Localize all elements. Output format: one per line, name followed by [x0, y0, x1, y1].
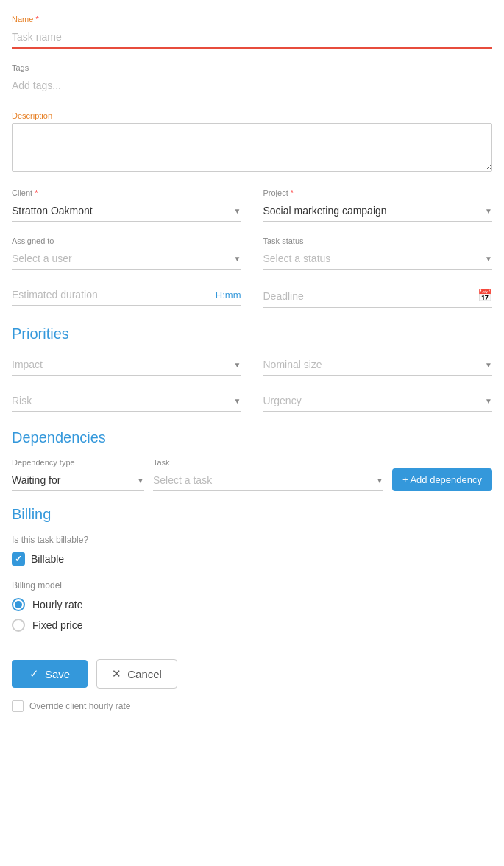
cancel-button[interactable]: ✕ Cancel: [96, 659, 177, 689]
dep-type-label: Dependency type: [12, 458, 144, 467]
override-row: Override client hourly rate: [0, 700, 504, 718]
save-label: Save: [45, 668, 70, 680]
task-name-input[interactable]: [12, 27, 492, 49]
dep-type-value: Waiting for: [12, 474, 60, 486]
risk-placeholder: Risk: [12, 395, 32, 406]
deadline-field[interactable]: Deadline 📅: [263, 284, 493, 308]
hourly-rate-option[interactable]: Hourly rate: [12, 598, 492, 611]
cancel-label: Cancel: [127, 668, 162, 680]
deadline-label: Deadline: [263, 290, 304, 302]
dep-task-chevron-icon: ▼: [376, 476, 383, 485]
fixed-price-option[interactable]: Fixed price: [12, 619, 492, 632]
client-chevron-icon: ▼: [234, 207, 241, 215]
description-input[interactable]: [12, 123, 492, 172]
nominal-size-select[interactable]: Nominal size ▼: [263, 354, 493, 376]
project-value: Social marketing campaign: [263, 205, 387, 216]
client-select[interactable]: Stratton Oakmont ▼: [12, 200, 241, 222]
hourly-rate-radio[interactable]: [12, 598, 25, 611]
risk-chevron-icon: ▼: [234, 397, 241, 405]
urgency-select[interactable]: Urgency ▼: [263, 390, 493, 412]
name-label: Name: [12, 15, 492, 24]
assigned-to-placeholder: Select a user: [12, 253, 72, 264]
task-status-placeholder: Select a status: [263, 253, 331, 264]
project-select[interactable]: Social marketing campaign ▼: [263, 200, 493, 222]
fixed-price-label: Fixed price: [32, 619, 82, 631]
cancel-x-icon: ✕: [112, 667, 121, 680]
urgency-chevron-icon: ▼: [485, 397, 492, 405]
project-label: Project: [263, 189, 493, 197]
billable-question: Is this task billable?: [12, 535, 492, 545]
duration-hint: H:mm: [216, 289, 241, 300]
billable-row[interactable]: ✓ Billable: [12, 552, 492, 566]
task-status-select[interactable]: Select a status ▼: [263, 248, 493, 270]
impact-chevron-icon: ▼: [234, 361, 241, 369]
fixed-price-radio[interactable]: [12, 619, 25, 632]
billing-title: Billing: [12, 506, 492, 523]
billable-label: Billable: [31, 553, 64, 565]
hourly-rate-label: Hourly rate: [32, 599, 82, 610]
dep-type-chevron-icon: ▼: [137, 476, 144, 485]
dep-task-select[interactable]: Select a task ▼: [153, 470, 383, 491]
hourly-rate-radio-inner: [15, 601, 22, 608]
dep-type-select[interactable]: Waiting for ▼: [12, 470, 144, 491]
impact-select[interactable]: Impact ▼: [12, 354, 241, 376]
priorities-title: Priorities: [12, 325, 492, 342]
impact-placeholder: Impact: [12, 359, 43, 370]
tags-label: Tags: [12, 63, 492, 72]
assigned-to-label: Assigned to: [12, 236, 241, 245]
description-label: Description: [12, 111, 492, 120]
task-status-label: Task status: [263, 236, 493, 245]
dep-task-placeholder: Select a task: [153, 474, 212, 486]
task-status-chevron-icon: ▼: [485, 255, 492, 263]
billable-checkbox[interactable]: ✓: [12, 552, 25, 566]
client-value: Stratton Oakmont: [12, 205, 93, 216]
save-check-icon: ✓: [29, 667, 39, 680]
billing-model-label: Billing model: [12, 580, 492, 591]
save-button[interactable]: ✓ Save: [12, 660, 88, 688]
check-icon: ✓: [15, 554, 22, 564]
calendar-icon: 📅: [478, 289, 492, 303]
dep-task-label: Task: [153, 458, 383, 467]
estimated-duration-label: Estimated duration: [12, 289, 98, 300]
tags-input[interactable]: [12, 75, 492, 96]
risk-select[interactable]: Risk ▼: [12, 390, 241, 412]
project-chevron-icon: ▼: [485, 207, 492, 215]
dependencies-title: Dependencies: [12, 429, 492, 446]
estimated-duration-field[interactable]: Estimated duration H:mm: [12, 284, 241, 306]
bottom-bar: ✓ Save ✕ Cancel: [0, 647, 504, 700]
override-checkbox[interactable]: [12, 700, 24, 712]
nominal-size-placeholder: Nominal size: [263, 359, 322, 370]
urgency-placeholder: Urgency: [263, 395, 302, 406]
add-dependency-button[interactable]: + Add dependency: [392, 468, 492, 491]
assigned-to-select[interactable]: Select a user ▼: [12, 248, 241, 270]
nominal-size-chevron-icon: ▼: [485, 361, 492, 369]
assigned-to-chevron-icon: ▼: [234, 255, 241, 263]
override-label: Override client hourly rate: [29, 701, 130, 711]
client-label: Client: [12, 189, 241, 197]
